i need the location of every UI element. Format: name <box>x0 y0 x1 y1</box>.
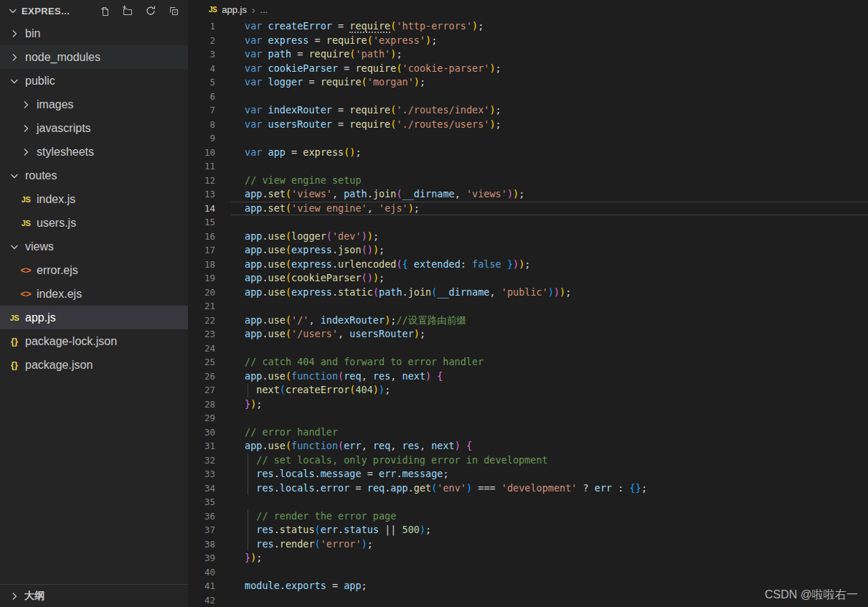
line-number[interactable]: 29 <box>188 411 231 425</box>
line-content[interactable] <box>231 495 868 509</box>
line-content[interactable] <box>231 90 868 104</box>
line-number[interactable]: 15 <box>188 215 231 230</box>
line-number[interactable]: 20 <box>188 286 231 300</box>
line-number[interactable]: 10 <box>188 146 231 160</box>
line-number[interactable]: 7 <box>188 103 231 118</box>
chevron-down-icon[interactable] <box>7 5 19 17</box>
line-number[interactable]: 19 <box>188 271 231 286</box>
line-content[interactable]: app.use(express.urlencoded({ extended: f… <box>231 258 868 272</box>
line-number[interactable]: 8 <box>188 118 231 132</box>
line-content[interactable]: var path = require('path'); <box>231 47 868 62</box>
line-content[interactable]: app.use(logger('dev')); <box>231 230 868 244</box>
line-number[interactable]: 18 <box>188 258 231 272</box>
line-content[interactable]: var logger = require('morgan'); <box>231 75 868 90</box>
line-content[interactable]: var createError = require('http-errors')… <box>231 19 868 34</box>
tree-item-users.js[interactable]: JSusers.js <box>0 211 188 235</box>
line-number[interactable]: 34 <box>188 481 231 496</box>
tree-item-images[interactable]: images <box>0 93 188 116</box>
line-number[interactable]: 30 <box>188 425 231 440</box>
line-number[interactable]: 16 <box>188 230 231 244</box>
line-content[interactable]: app.set('view engine', 'ejs'); <box>231 202 868 216</box>
line-number[interactable]: 35 <box>188 495 231 509</box>
line-content[interactable] <box>231 215 868 230</box>
line-number[interactable]: 1 <box>188 19 231 34</box>
line-content[interactable]: var cookieParser = require('cookie-parse… <box>231 62 868 76</box>
line-number[interactable]: 25 <box>188 355 231 370</box>
line-number[interactable]: 23 <box>188 327 231 342</box>
collapse-all-icon[interactable] <box>168 5 179 17</box>
line-content[interactable] <box>231 131 868 146</box>
line-number[interactable]: 32 <box>188 453 231 468</box>
line-content[interactable]: app.use(express.json()); <box>231 243 868 258</box>
line-content[interactable]: app.use(function(err, req, res, next) { <box>231 439 868 453</box>
line-number[interactable]: 3 <box>188 47 231 62</box>
line-content[interactable]: // view engine setup <box>231 174 868 188</box>
line-content[interactable]: var indexRouter = require('./routes/inde… <box>231 103 868 118</box>
line-number[interactable]: 33 <box>188 467 231 481</box>
line-content[interactable]: // catch 404 and forward to error handle… <box>231 355 868 370</box>
line-number[interactable]: 37 <box>188 523 231 537</box>
line-number[interactable]: 27 <box>188 383 231 397</box>
new-folder-icon[interactable] <box>122 5 133 17</box>
tree-item-error.ejs[interactable]: <>error.ejs <box>0 258 188 282</box>
tree-item-public[interactable]: public <box>0 69 188 93</box>
line-content[interactable]: app.use('/', indexRouter);//设置路由前缀 <box>231 314 868 328</box>
line-content[interactable]: app.use(cookieParser()); <box>231 271 868 286</box>
line-number[interactable]: 42 <box>188 593 231 607</box>
tree-item-package.json[interactable]: {}package.json <box>0 353 188 377</box>
line-number[interactable]: 13 <box>188 187 231 202</box>
line-content[interactable]: res.locals.error = req.app.get('env') ==… <box>231 481 868 496</box>
line-number[interactable]: 12 <box>188 174 231 188</box>
line-number[interactable]: 9 <box>188 131 231 146</box>
breadcrumb-file[interactable]: app.js <box>222 4 247 15</box>
tree-item-routes[interactable]: routes <box>0 164 188 187</box>
tree-item-package-lock.json[interactable]: {}package-lock.json <box>0 329 188 353</box>
line-content[interactable]: var express = require('express'); <box>231 34 868 48</box>
line-content[interactable] <box>231 299 868 314</box>
line-content[interactable]: res.locals.message = err.message; <box>231 467 868 481</box>
line-content[interactable]: res.status(err.status || 500); <box>231 523 868 537</box>
line-number[interactable]: 17 <box>188 243 231 258</box>
line-content[interactable]: res.render('error'); <box>231 537 868 552</box>
breadcrumb-more[interactable]: ... <box>260 4 268 15</box>
line-number[interactable]: 28 <box>188 397 231 412</box>
tree-item-javascripts[interactable]: javascripts <box>0 116 188 140</box>
line-number[interactable]: 14 <box>188 202 231 216</box>
line-content[interactable]: app.set('views', path.join(__dirname, 'v… <box>231 187 868 202</box>
line-number[interactable]: 24 <box>188 342 231 356</box>
line-content[interactable] <box>231 342 868 356</box>
line-content[interactable]: var usersRouter = require('./routes/user… <box>231 118 868 132</box>
line-content[interactable]: // set locals, only providing error in d… <box>231 453 868 468</box>
line-number[interactable]: 2 <box>188 34 231 48</box>
line-content[interactable]: // error handler <box>231 425 868 440</box>
line-content[interactable]: var app = express(); <box>231 146 868 160</box>
line-number[interactable]: 5 <box>188 75 231 90</box>
line-number[interactable]: 40 <box>188 565 231 580</box>
tree-item-views[interactable]: views <box>0 235 188 258</box>
line-number[interactable]: 38 <box>188 537 231 552</box>
line-content[interactable]: app.use(function(req, res, next) { <box>231 370 868 384</box>
tree-item-app.js[interactable]: JSapp.js <box>0 306 188 329</box>
tree-item-stylesheets[interactable]: stylesheets <box>0 140 188 164</box>
line-number[interactable]: 4 <box>188 62 231 76</box>
line-number[interactable]: 22 <box>188 314 231 328</box>
line-content[interactable] <box>231 159 868 174</box>
line-content[interactable]: }); <box>231 397 868 412</box>
line-number[interactable]: 41 <box>188 579 231 593</box>
tree-item-index.js[interactable]: JSindex.js <box>0 187 188 211</box>
line-number[interactable]: 26 <box>188 370 231 384</box>
line-number[interactable]: 6 <box>188 90 231 104</box>
line-content[interactable]: // render the error page <box>231 509 868 524</box>
line-number[interactable]: 39 <box>188 551 231 565</box>
line-number[interactable]: 36 <box>188 509 231 524</box>
line-number[interactable]: 31 <box>188 439 231 453</box>
tree-item-node_modules[interactable]: node_modules <box>0 45 188 69</box>
tree-item-bin[interactable]: bin <box>0 22 188 45</box>
line-content[interactable]: next(createError(404)); <box>231 383 868 397</box>
line-content[interactable]: app.use(express.static(path.join(__dirna… <box>231 286 868 300</box>
outline-section[interactable]: 大纲 <box>0 584 188 607</box>
refresh-icon[interactable] <box>145 5 156 17</box>
line-content[interactable]: }); <box>231 551 868 565</box>
line-content[interactable] <box>231 565 868 580</box>
line-content[interactable]: app.use('/users', usersRouter); <box>231 327 868 342</box>
